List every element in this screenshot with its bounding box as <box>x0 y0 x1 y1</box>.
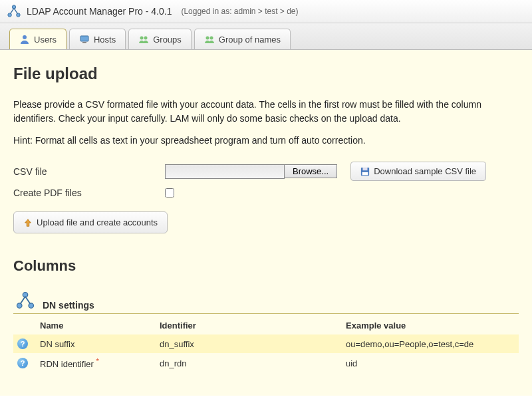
svg-point-16 <box>17 303 23 309</box>
required-asterisk: * <box>96 357 99 365</box>
svg-point-2 <box>17 13 20 17</box>
tab-groups[interactable]: Groups <box>128 29 192 49</box>
svg-line-4 <box>14 8 18 13</box>
logged-in-label: (Logged in as: admin > test > de) <box>181 7 298 16</box>
col-example-header: Example value <box>342 317 519 334</box>
page-hint: Hint: Format all cells as text in your s… <box>13 135 519 146</box>
upload-label: Upload file and create accounts <box>37 217 158 227</box>
browse-button[interactable]: Browse... <box>284 164 337 178</box>
svg-line-19 <box>25 297 31 304</box>
tab-label: Groups <box>153 35 182 45</box>
dn-section-header: DN settings <box>13 291 519 314</box>
col-identifier-header: Identifier <box>156 317 342 334</box>
tab-bar: Users Hosts Groups Group of names <box>0 23 532 50</box>
csv-file-row: CSV file Browse... Download sample CSV f… <box>13 162 519 181</box>
tab-group-of-names[interactable]: Group of names <box>194 29 291 49</box>
create-pdf-label: Create PDF files <box>13 188 165 198</box>
logo-tree-icon <box>7 4 21 19</box>
svg-point-9 <box>144 37 148 40</box>
row-example: ou=demo,ou=People,o=test,c=de <box>342 334 519 353</box>
row-name: RDN identifier * <box>36 353 156 373</box>
section-title: DN settings <box>43 300 94 311</box>
table-header-row: Name Identifier Example value <box>13 317 519 334</box>
page-title: File upload <box>13 65 519 83</box>
svg-point-5 <box>23 35 27 39</box>
help-icon[interactable]: ? <box>17 358 28 368</box>
svg-rect-13 <box>363 167 368 170</box>
user-icon <box>19 34 30 45</box>
row-example: uid <box>342 353 519 373</box>
columns-table: Name Identifier Example value ? DN suffi… <box>13 317 519 373</box>
svg-rect-7 <box>82 42 86 43</box>
svg-point-11 <box>209 37 213 40</box>
row-identifier: dn_rdn <box>156 353 342 373</box>
download-sample-button[interactable]: Download sample CSV file <box>350 162 486 181</box>
upload-arrow-icon <box>23 218 33 227</box>
section-tree-icon <box>13 291 37 311</box>
tab-users[interactable]: Users <box>9 29 66 49</box>
svg-point-17 <box>29 303 34 309</box>
svg-rect-14 <box>362 172 368 174</box>
svg-line-3 <box>11 8 15 13</box>
create-pdf-row: Create PDF files <box>13 188 519 198</box>
main-content: File upload Please provide a CSV formate… <box>0 50 532 396</box>
svg-rect-6 <box>80 36 88 41</box>
svg-line-18 <box>21 297 26 304</box>
columns-heading: Columns <box>13 257 519 275</box>
csv-file-label: CSV file <box>13 166 165 177</box>
help-icon[interactable]: ? <box>17 338 28 349</box>
file-input-widget: Browse... <box>165 164 337 179</box>
tab-label: Users <box>34 35 57 45</box>
file-path-box[interactable] <box>165 164 285 179</box>
download-label: Download sample CSV file <box>374 166 476 176</box>
table-row: ? RDN identifier * dn_rdn uid <box>13 353 519 373</box>
floppy-icon <box>360 167 370 176</box>
app-header: LDAP Account Manager Pro - 4.0.1 (Logged… <box>0 0 532 23</box>
tab-label: Hosts <box>94 35 116 45</box>
upload-button[interactable]: Upload file and create accounts <box>13 211 168 233</box>
create-pdf-checkbox[interactable] <box>165 188 174 198</box>
svg-point-1 <box>8 13 12 17</box>
row-identifier: dn_suffix <box>156 334 342 353</box>
row-name: DN suffix <box>36 334 156 353</box>
svg-point-10 <box>205 37 209 40</box>
svg-point-8 <box>140 37 144 40</box>
page-description: Please provide a CSV formated file with … <box>13 98 519 126</box>
tab-label: Group of names <box>219 35 281 45</box>
col-name-header: Name <box>36 317 156 334</box>
tab-hosts[interactable]: Hosts <box>69 29 126 49</box>
group-icon <box>138 34 149 45</box>
app-title: LDAP Account Manager Pro - 4.0.1 <box>27 6 172 17</box>
host-icon <box>79 34 90 45</box>
group-names-icon <box>204 34 215 45</box>
table-row: ? DN suffix dn_suffix ou=demo,ou=People,… <box>13 334 519 353</box>
